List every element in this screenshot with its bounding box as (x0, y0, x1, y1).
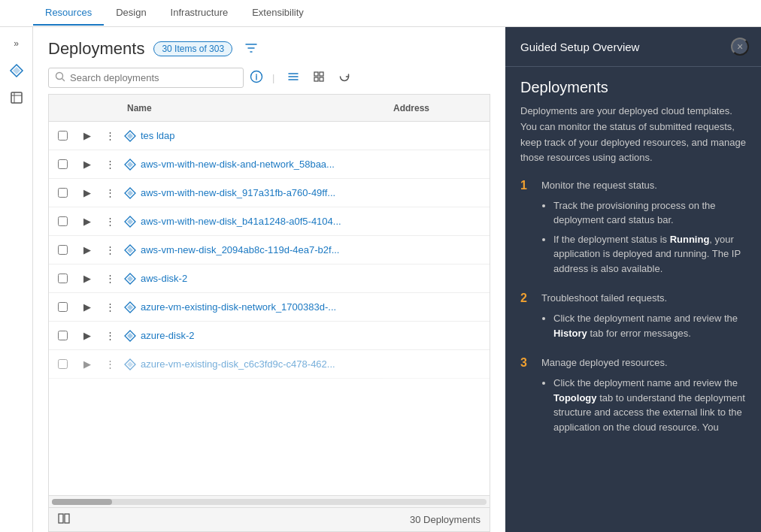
row-link-7[interactable]: azure-disk-2 (141, 330, 195, 341)
row-expand-1[interactable]: ▶ (76, 159, 99, 170)
row-name-0: tes ldap (121, 130, 399, 142)
footer-count: 30 Deployments (410, 514, 481, 525)
row-checkbox-8[interactable] (49, 359, 76, 369)
row-checkbox-2[interactable] (49, 188, 76, 198)
row-link-3[interactable]: aws-vm-with-new-disk_b41a1248-a0f5-4104.… (141, 216, 341, 227)
panel-body: Deployments Deployments are your deploye… (505, 67, 761, 532)
row-menu-0[interactable]: ⋮ (99, 130, 121, 141)
sidebar-collapse-button[interactable]: » (6, 33, 27, 54)
row-expand-4[interactable]: ▶ (76, 244, 99, 255)
toolbar-separator: | (272, 72, 274, 83)
step-number-3: 3 (520, 356, 532, 439)
search-input[interactable] (70, 72, 237, 83)
row-menu-4[interactable]: ⋮ (99, 244, 121, 255)
row-name-7: azure-disk-2 (121, 330, 399, 342)
table-body: ▶ ⋮ tes ldap (49, 122, 490, 495)
row-menu-5[interactable]: ⋮ (99, 273, 121, 284)
row-menu-2[interactable]: ⋮ (99, 187, 121, 198)
nav-tab-design[interactable]: Design (104, 1, 158, 26)
row-expand-0[interactable]: ▶ (76, 130, 99, 141)
sidebar-item-diamond[interactable] (6, 60, 27, 81)
row-menu-3[interactable]: ⋮ (99, 216, 121, 227)
chevron-left-icon: » (14, 38, 19, 49)
info-icon[interactable] (250, 70, 263, 86)
horizontal-scrollbar[interactable] (49, 495, 490, 507)
cube-icon (9, 90, 24, 105)
filter-icon[interactable] (244, 41, 258, 57)
content-area: Deployments 30 Items of 303 (33, 27, 505, 532)
table-footer: 30 Deployments (49, 507, 490, 531)
step-header-3: Manage deployed resources. (541, 355, 746, 371)
row-name-5: aws-disk-2 (121, 273, 399, 285)
table-row: ▶ ⋮ aws-vm-with-new-disk_b41a1248-a0f5-4… (49, 207, 490, 236)
step-content-3: Manage deployed resources. Click the dep… (541, 355, 746, 439)
row-expand-2[interactable]: ▶ (76, 187, 99, 198)
panel-close-button[interactable]: × (731, 38, 749, 56)
row-checkbox-7[interactable] (49, 331, 76, 340)
row-expand-6[interactable]: ▶ (76, 301, 99, 313)
svg-rect-7 (59, 514, 63, 523)
step-3: 3 Manage deployed resources. Click the d… (520, 355, 746, 439)
deployment-icon-0 (124, 130, 136, 142)
row-link-6[interactable]: azure-vm-existing-disk-network_1700383d-… (141, 301, 336, 313)
deployment-icon-1 (124, 159, 136, 171)
nav-tab-extensibility[interactable]: Extensibility (240, 1, 316, 26)
svg-rect-6 (320, 77, 323, 81)
row-link-2[interactable]: aws-vm-with-new-disk_917a31fb-a760-49ff.… (141, 187, 335, 198)
nav-tab-resources[interactable]: Resources (33, 1, 104, 26)
row-link-8[interactable]: azure-vm-existing-disk_c6c3fd9c-c478-462… (141, 358, 335, 370)
table-row: ▶ ⋮ aws-vm-new-disk_2094ab8c-119d-4ea7-b… (49, 236, 490, 264)
nav-tab-infrastructure[interactable]: Infrastructure (159, 1, 241, 26)
row-name-1: aws-vm-with-new-disk-and-network_58baa..… (121, 159, 399, 171)
bullet-1-1: If the deployment status is Running, you… (553, 232, 746, 277)
deployment-icon-4 (124, 244, 136, 256)
panel-header: Guided Setup Overview × (505, 27, 761, 67)
row-menu-8[interactable]: ⋮ (99, 358, 121, 370)
scroll-thumb[interactable] (52, 499, 112, 505)
row-checkbox-4[interactable] (49, 245, 76, 255)
sidebar-item-cube[interactable] (6, 87, 27, 108)
panel-description: Deployments are your deployed cloud temp… (520, 104, 746, 166)
row-expand-3[interactable]: ▶ (76, 216, 99, 227)
svg-rect-4 (320, 72, 323, 76)
svg-rect-0 (11, 92, 22, 103)
search-icon (55, 71, 65, 84)
row-name-6: azure-vm-existing-disk-network_1700383d-… (121, 301, 399, 313)
guided-panel: Guided Setup Overview × Deployments Depl… (505, 27, 761, 532)
page-header: Deployments 30 Items of 303 (33, 27, 505, 65)
grid-view-button[interactable] (309, 68, 329, 87)
row-link-4[interactable]: aws-vm-new-disk_2094ab8c-119d-4ea7-b2f..… (141, 244, 339, 255)
toolbar: | (33, 65, 505, 94)
page-title: Deployments (48, 39, 144, 59)
row-name-2: aws-vm-with-new-disk_917a31fb-a760-49ff.… (121, 187, 399, 199)
row-link-1[interactable]: aws-vm-with-new-disk-and-network_58baa..… (141, 159, 335, 170)
refresh-button[interactable] (335, 68, 354, 87)
columns-toggle-icon[interactable] (58, 512, 70, 527)
step-content-2: Troubleshoot failed requests. Click the … (541, 291, 746, 345)
row-link-5[interactable]: aws-disk-2 (141, 273, 187, 284)
row-expand-5[interactable]: ▶ (76, 273, 99, 284)
deployment-icon-2 (124, 187, 136, 199)
table-row: ▶ ⋮ azure-vm-existing-disk_c6c3fd9c-c478… (49, 350, 490, 379)
panel-title: Guided Setup Overview (520, 41, 639, 53)
row-checkbox-0[interactable] (49, 131, 76, 141)
row-expand-8[interactable]: ▶ (76, 358, 99, 370)
row-checkbox-1[interactable] (49, 159, 76, 169)
step-bullets-1: Track the provisioning process on the de… (541, 198, 746, 277)
row-link-0[interactable]: tes ldap (141, 130, 175, 141)
deployments-table: Name Address ▶ ⋮ (48, 94, 490, 532)
step-content-1: Monitor the request status. Track the pr… (541, 178, 746, 280)
list-view-button[interactable] (283, 68, 303, 87)
bullet-3-0: Click the deployment name and review the… (553, 376, 746, 434)
row-checkbox-3[interactable] (49, 216, 76, 226)
row-menu-1[interactable]: ⋮ (99, 159, 121, 170)
row-checkbox-5[interactable] (49, 274, 76, 283)
row-checkbox-6[interactable] (49, 302, 76, 312)
row-name-8: azure-vm-existing-disk_c6c3fd9c-c478-462… (121, 358, 399, 370)
row-menu-6[interactable]: ⋮ (99, 301, 121, 313)
step-header-2: Troubleshoot failed requests. (541, 291, 746, 307)
row-expand-7[interactable]: ▶ (76, 330, 99, 341)
search-box[interactable] (48, 68, 244, 88)
row-menu-7[interactable]: ⋮ (99, 330, 121, 341)
table-row: ▶ ⋮ azure-vm-existing-disk-network_17003… (49, 293, 490, 322)
